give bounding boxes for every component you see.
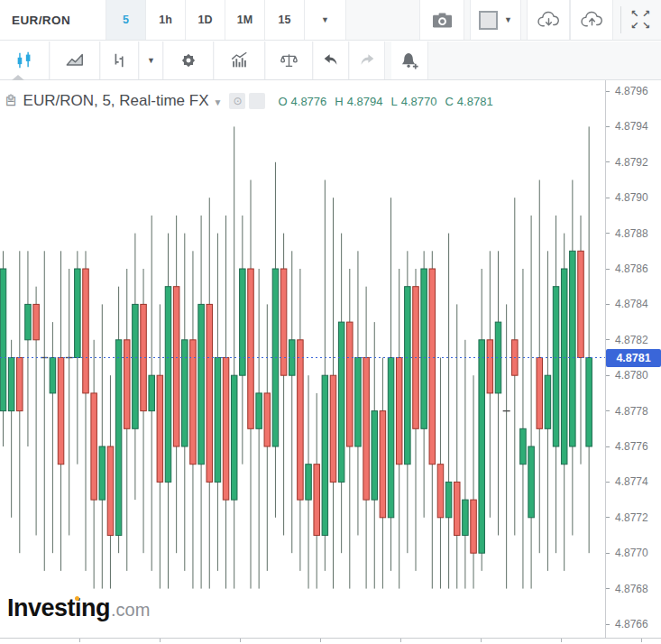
time-axis-tick: [641, 639, 642, 642]
legend-title[interactable]: EUR/RON, 5, Real-time FX: [23, 92, 209, 110]
camera-icon: [431, 11, 454, 30]
price-axis-label: 4.8788: [606, 226, 661, 240]
time-axis-tick: [561, 639, 562, 642]
cloud-upload-icon: [580, 11, 604, 30]
tab-5[interactable]: 5: [106, 0, 146, 40]
snapshot-button[interactable]: [419, 0, 464, 40]
price-axis-label: 4.8772: [606, 511, 661, 524]
price-axis-label: 4.8790: [606, 191, 661, 205]
add-alert-button[interactable]: [391, 41, 428, 79]
chevron-down-icon[interactable]: ▼: [214, 97, 223, 107]
chevron-down-icon: ▼: [147, 56, 155, 65]
bell-plus-icon: [399, 51, 421, 71]
series-settings-button[interactable]: [249, 93, 265, 109]
chevron-down-icon: ▼: [504, 15, 512, 24]
compare-button[interactable]: [266, 41, 313, 79]
chart-widget: EUR/RON 51h1D1M15 ▼ ▼: [0, 0, 661, 644]
timeframe-tabs: 51h1D1M15: [106, 0, 305, 40]
price-axis-label: 4.8766: [606, 618, 661, 631]
price-axis-label: 4.8786: [606, 262, 661, 276]
high-label: H: [335, 95, 343, 108]
scales-icon: [279, 51, 299, 70]
price-axis-label: 4.8796: [606, 85, 661, 98]
chart-pane[interactable]: ⊟ EUR/RON, 5, Real-time FX ▼ ⊙ O4.8776 H…: [0, 80, 605, 638]
cloud-buttons: [527, 0, 613, 40]
price-axis-label: 4.8776: [606, 440, 661, 454]
tab-15[interactable]: 15: [265, 0, 305, 40]
symbol-label: EUR/RON: [12, 14, 70, 27]
redo-button[interactable]: [350, 41, 385, 79]
price-axis-label: 4.8784: [606, 298, 661, 311]
expand-arrow-icon: ↘: [640, 20, 652, 32]
chart-style-swatch-icon: [479, 11, 498, 30]
undo-button[interactable]: [314, 41, 349, 79]
expand-arrow-icon: ↙: [629, 20, 640, 32]
high-value: 4.8794: [347, 95, 383, 108]
gear-icon: [179, 51, 198, 70]
time-axis-tick: [240, 639, 241, 642]
redo-arrow-icon: [357, 51, 377, 69]
expand-arrow-icon: ↗: [640, 8, 652, 20]
area-style-button[interactable]: [50, 41, 100, 79]
open-label: O: [278, 95, 287, 108]
time-axis-tick: [160, 639, 161, 642]
undo-arrow-icon: [321, 51, 341, 69]
indicators-button[interactable]: [215, 41, 265, 79]
candlestick-style-button[interactable]: [0, 41, 50, 79]
candlestick-icon: [14, 51, 34, 70]
price-axis-label: 4.8792: [606, 155, 661, 169]
tab-1M[interactable]: 1M: [225, 0, 265, 40]
settings-button[interactable]: [164, 41, 214, 79]
save-chart-button[interactable]: [570, 0, 613, 40]
bar-style-group: ▼: [101, 41, 164, 79]
cloud-download-icon: [537, 11, 561, 30]
time-axis-tick: [400, 639, 401, 642]
ohlc-bars-icon: [110, 51, 130, 70]
area-chart-icon: [65, 51, 85, 70]
close-label: C: [445, 95, 453, 108]
logo-text: Invest: [7, 594, 75, 622]
price-axis[interactable]: 4.8781 4.87964.87944.87924.87904.87884.8…: [605, 80, 661, 638]
bar-style-button[interactable]: [101, 41, 139, 79]
tab-1h[interactable]: 1h: [146, 0, 186, 40]
chart-legend: ⊟ EUR/RON, 5, Real-time FX ▼ ⊙ O4.8776 H…: [5, 92, 501, 110]
load-chart-button[interactable]: [527, 0, 570, 40]
price-axis-label: 4.8774: [606, 475, 661, 489]
drawing-toolbar: ▼: [0, 41, 661, 80]
close-value: 4.8781: [457, 95, 493, 108]
top-toolbar-right: ▼ ↖↗↙↘: [419, 0, 661, 40]
investing-logo: Investing.com: [7, 594, 150, 622]
toolbar-divider: [620, 6, 621, 33]
candlestick-chart[interactable]: [0, 80, 605, 638]
bar-style-dropdown[interactable]: ▼: [140, 41, 163, 79]
low-value: 4.8770: [401, 95, 437, 108]
price-axis-label: 4.8768: [606, 582, 661, 595]
time-axis-tick: [320, 639, 321, 642]
ohlc-readout: O4.8776 H4.8794 L4.8770 C4.8781: [278, 95, 500, 108]
chevron-down-icon: ▼: [321, 15, 329, 24]
top-toolbar: EUR/RON 51h1D1M15 ▼ ▼: [0, 0, 661, 41]
time-axis-tick: [79, 639, 80, 642]
timeframe-more-button[interactable]: ▼: [305, 0, 346, 40]
fullscreen-button[interactable]: ↖↗↙↘: [629, 8, 652, 32]
symbol-button[interactable]: EUR/RON: [0, 0, 106, 40]
current-price-tag: 4.8781: [606, 349, 661, 367]
indicators-icon: [229, 51, 250, 70]
logo-suffix: .com: [111, 600, 150, 621]
price-axis-label: 4.8794: [606, 120, 661, 133]
time-axis-tick: [481, 639, 482, 642]
chart-style-dropdown[interactable]: ▼: [470, 0, 521, 40]
price-axis-label: 4.8778: [606, 404, 661, 418]
tab-1D[interactable]: 1D: [186, 0, 225, 40]
time-axis[interactable]: [0, 638, 661, 644]
series-visibility-button[interactable]: ⊙: [229, 93, 245, 109]
open-value: 4.8776: [291, 95, 327, 108]
expand-arrow-icon: ↖: [629, 8, 640, 20]
visibility-icon: ⊙: [233, 96, 242, 106]
price-axis-label: 4.8770: [606, 547, 661, 560]
price-axis-label: 4.8780: [606, 369, 661, 382]
price-axis-label: 4.8782: [606, 333, 661, 346]
low-label: L: [390, 95, 397, 108]
gear-icon: [5, 92, 16, 103]
undo-redo-group: [314, 41, 386, 79]
